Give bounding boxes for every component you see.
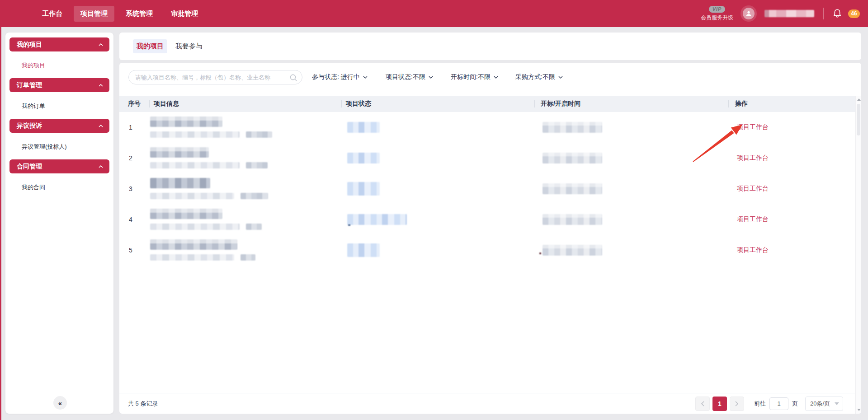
search-row: [128, 70, 302, 84]
project-workbench-link[interactable]: 项目工作台: [737, 154, 769, 162]
filter-label: 采购方式:不限: [515, 73, 555, 81]
chevron-down-icon: [835, 402, 839, 405]
notification-count-badge[interactable]: 46: [848, 9, 860, 18]
table-row: 2 项目工作台: [119, 143, 855, 173]
redacted-project-detail: [241, 193, 268, 199]
user-icon: [745, 10, 752, 17]
search-input[interactable]: [129, 70, 302, 84]
nav-item-approval-management[interactable]: 审批管理: [164, 6, 205, 22]
filter-label: 参与状态: 进行中: [312, 73, 360, 81]
redacted-open-time: [542, 153, 602, 163]
row-index: 1: [129, 124, 132, 131]
username-redacted[interactable]: [764, 10, 814, 17]
sidebar-item-my-projects[interactable]: 我的项目: [5, 51, 113, 78]
scroll-up-icon[interactable]: [857, 98, 861, 101]
redacted-status-chip: [347, 122, 380, 133]
search-box: [128, 70, 302, 84]
sidebar-item-objection-management[interactable]: 异议管理(投标人): [5, 133, 113, 159]
caret-up-icon: [99, 43, 103, 46]
page-unit-label: 页: [792, 400, 798, 408]
project-workbench-link[interactable]: 项目工作台: [737, 215, 769, 224]
page-size-select[interactable]: 20条/页: [805, 397, 843, 411]
caret-up-icon: [99, 125, 103, 127]
sidebar-item-my-orders[interactable]: 我的订单: [5, 92, 113, 119]
next-page-button[interactable]: [730, 397, 744, 411]
redacted-project-detail: [150, 224, 240, 230]
table-header: 序号 项目信息 项目状态 开标/开启时间 操作: [119, 96, 855, 112]
nav-item-system-management[interactable]: 系统管理: [119, 6, 160, 22]
redacted-open-time: [542, 214, 602, 225]
scroll-down-icon[interactable]: [857, 409, 861, 411]
redacted-project-detail: [246, 162, 268, 168]
row-index: 3: [129, 185, 132, 192]
project-workbench-link[interactable]: 项目工作台: [737, 246, 769, 254]
column-divider: [149, 100, 150, 107]
filter-bid-open-time[interactable]: 开标时间:不限: [451, 73, 498, 81]
project-info-redacted: [150, 178, 268, 199]
scrollbar-thumb[interactable]: [857, 104, 860, 135]
redacted-project-name: [150, 117, 222, 127]
chevron-right-icon: [735, 401, 739, 406]
search-icon[interactable]: [289, 74, 297, 82]
sidebar: 我的项目 我的项目 订单管理 我的订单 异议投诉 异议管理(投标人) 合同管理 …: [5, 33, 113, 414]
table-row: 5 项目工作台: [119, 235, 855, 266]
redacted-open-time: [542, 122, 602, 133]
column-divider: [341, 100, 342, 107]
nav-item-workbench[interactable]: 工作台: [35, 6, 69, 22]
sidebar-section-order-management[interactable]: 订单管理: [9, 78, 109, 92]
pagination: 1 前往 页 20条/页: [695, 397, 843, 411]
nav-divider: [823, 8, 824, 19]
column-header-actions: 操作: [735, 96, 748, 112]
goto-page-input[interactable]: [769, 397, 788, 410]
row-index: 5: [129, 247, 132, 254]
table-row: 3 项目工作台: [119, 173, 855, 204]
chevron-left-icon: [701, 401, 704, 406]
column-header-index: 序号: [128, 96, 141, 112]
sidebar-section-my-projects[interactable]: 我的项目: [9, 37, 109, 51]
nav-item-project-management[interactable]: 项目管理: [74, 6, 114, 22]
user-avatar[interactable]: [743, 8, 755, 19]
sidebar-item-my-contracts[interactable]: 我的合同: [5, 173, 113, 200]
current-page-button[interactable]: 1: [712, 397, 727, 411]
project-info-redacted: [150, 209, 262, 230]
sidebar-section-title: 订单管理: [17, 81, 42, 89]
project-info-redacted: [150, 239, 255, 261]
table-body: 1 项目工作台 2 项目工作台 3: [119, 112, 855, 266]
filter-participation-status[interactable]: 参与状态: 进行中: [312, 73, 368, 81]
table-row: 1 项目工作台: [119, 112, 855, 143]
prev-page-button[interactable]: [695, 397, 710, 411]
page-size-value: 20条/页: [810, 400, 830, 408]
bell-icon[interactable]: [833, 9, 842, 19]
redacted-project-detail: [246, 131, 272, 138]
redacted-project-detail: [246, 224, 262, 230]
caret-up-icon: [99, 84, 103, 87]
tab-my-projects[interactable]: 我的项目: [133, 39, 167, 53]
redacted-status-chip: [347, 153, 380, 163]
sidebar-section-title: 我的项目: [17, 41, 42, 49]
theme-left-strip: [0, 0, 1, 420]
tab-want-to-participate[interactable]: 我要参与: [175, 42, 203, 51]
vip-upgrade[interactable]: VIP 会员服务升级: [700, 6, 734, 22]
column-header-project-status: 项目状态: [346, 96, 371, 112]
top-navbar: 工作台 项目管理 系统管理 审批管理 VIP 会员服务升级 46: [0, 0, 868, 27]
filter-procurement-method[interactable]: 采购方式:不限: [515, 73, 563, 81]
sidebar-section-objection-complaint[interactable]: 异议投诉: [9, 119, 109, 133]
project-info-redacted: [150, 117, 272, 138]
redacted-status-chip: [347, 182, 380, 196]
row-index: 4: [129, 216, 132, 223]
table-scrollbar[interactable]: [855, 96, 861, 414]
chevron-down-icon: [558, 76, 563, 79]
project-workbench-link[interactable]: 项目工作台: [737, 185, 769, 193]
redacted-project-name: [150, 209, 222, 219]
project-workbench-link[interactable]: 项目工作台: [737, 123, 769, 131]
filter-project-status[interactable]: 项目状态:不限: [386, 73, 433, 81]
row-index: 2: [129, 154, 132, 162]
sidebar-collapse-button[interactable]: «: [53, 396, 67, 410]
record-count: 共 5 条记录: [128, 400, 158, 408]
sidebar-section-contract-management[interactable]: 合同管理: [9, 159, 109, 173]
vip-badge: VIP: [709, 6, 726, 13]
chevron-down-icon: [494, 76, 498, 79]
column-header-open-time: 开标/开启时间: [541, 96, 580, 112]
redacted-open-time: [542, 245, 602, 256]
redacted-project-name: [150, 178, 210, 188]
